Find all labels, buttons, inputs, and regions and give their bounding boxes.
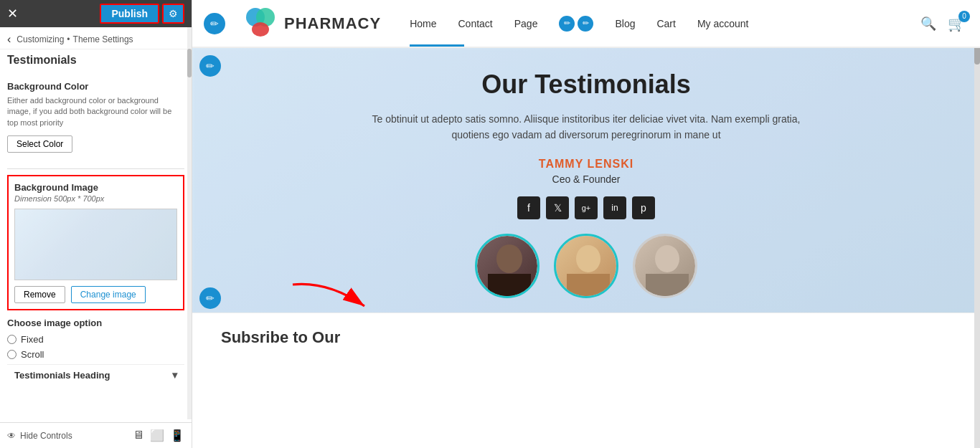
svg-rect-5 [488,274,531,298]
scroll-thumb [187,49,192,77]
testimonials-section: Our Testimonials Te obtinuit ut adepto s… [192,48,980,313]
nav-link-blog[interactable]: Blog [615,18,635,29]
pencil-icon-top: ✏ [206,60,215,72]
radio-fixed[interactable] [7,335,17,344]
publish-area: Publish ⚙ [100,4,184,24]
avatar-placeholder-1 [477,236,537,296]
social-icons-row: f 𝕏 g+ in p [517,196,655,219]
panel-title: Testimonials [0,49,192,74]
social-pinterest[interactable]: p [632,196,655,219]
scroll-bar[interactable] [187,27,192,419]
edit-pencil-page[interactable]: ✏ [559,16,575,32]
remove-image-button[interactable]: Remove [14,286,65,303]
svg-point-9 [655,245,679,272]
edit-pencil-logo[interactable]: ✏ [204,13,225,34]
pencil-icon-2: ✏ [564,19,570,28]
radio-scroll-row: Scroll [7,349,184,360]
social-twitter[interactable]: 𝕏 [546,196,569,219]
avatar-1[interactable] [475,234,540,298]
publish-button[interactable]: Publish [100,4,159,24]
social-linkedin[interactable]: in [603,196,626,219]
social-facebook[interactable]: f [517,196,540,219]
bg-color-desc: Either add background color or backgroun… [7,95,184,128]
svg-point-6 [576,245,600,272]
section-wrapper: ✏ Our Testimonials Te obtinuit ut adepto… [192,48,980,363]
pencil-icon-bottom: ✏ [206,292,215,304]
nav-right: 🔍 🛒 0 [920,15,966,32]
gear-button[interactable]: ⚙ [162,4,184,24]
logo-area: PHARMACY [242,6,381,42]
testimonials-heading-label: Testimonials Heading [14,370,110,381]
close-button[interactable]: ✕ [7,7,18,20]
subscribe-section: Subsribe to Our [192,313,980,363]
svg-point-3 [496,244,522,273]
testimonials-description: Te obtinuit ut adepto satis somno. Aliis… [372,111,801,143]
subscribe-title: Subsribe to Our [221,328,340,347]
avatar-placeholder-3 [635,236,695,296]
search-icon[interactable]: 🔍 [920,16,936,32]
image-btn-row: Remove Change image [14,286,177,303]
device-icons: 🖥 ⬜ 📱 [133,429,184,442]
breadcrumb-customizing[interactable]: Customizing [17,34,64,44]
avatar-2[interactable] [554,234,618,298]
blog-nav-area: ✏ ✏ [559,16,593,32]
edit-pencil-top[interactable]: ✏ [199,55,221,77]
bg-image-dimension: Dimension 500px * 700px [14,194,177,203]
desktop-icon[interactable]: 🖥 [133,429,144,442]
back-arrow[interactable]: ‹ [7,33,11,46]
radio-scroll-label: Scroll [21,349,44,360]
tablet-icon[interactable]: ⬜ [150,429,164,442]
avatar-placeholder-2 [556,236,616,296]
top-bar: ✕ Publish ⚙ [0,0,192,27]
mobile-icon[interactable]: 📱 [170,429,184,442]
change-image-button[interactable]: Change image [71,286,146,303]
svg-rect-11 [646,274,689,298]
nav-links: Home Contact Page ✏ ✏ Blog Cart My accou… [410,16,920,32]
active-nav-indicator [433,44,464,47]
breadcrumb: ‹ Customizing • Theme Settings [0,27,192,49]
edit-pencil-bottom[interactable]: ✏ [199,287,221,309]
image-preview [14,209,177,280]
select-color-button[interactable]: Select Color [7,135,72,153]
divider-1 [7,168,184,169]
navbar: ✏ PHARMACY Home Contact Page ✏ ✏ [192,0,980,48]
radio-scroll[interactable] [7,350,17,359]
left-panel: ✕ Publish ⚙ ‹ Customizing • Theme Settin… [0,0,192,448]
author-name: TAMMY LENSKI [539,158,633,171]
main-wrapper: ✏ PHARMACY Home Contact Page ✏ ✏ [192,0,980,448]
hide-controls[interactable]: 👁 Hide Controls [7,431,72,441]
radio-fixed-row: Fixed [7,334,184,345]
cart-badge: 0 [958,11,970,22]
testimonials-heading-row[interactable]: Testimonials Heading ▾ [7,364,184,385]
panel-content: Background Color Either add background c… [0,74,192,422]
author-title: Ceo & Founder [552,173,621,185]
svg-rect-8 [567,274,610,298]
cart-icon-wrap[interactable]: 🛒 0 [948,15,966,32]
radio-fixed-label: Fixed [21,334,44,345]
pencil-icon: ✏ [210,18,219,29]
choose-image-label: Choose image option [7,318,184,328]
chevron-down-icon[interactable]: ▾ [172,369,177,381]
bg-color-label: Background Color [7,81,184,92]
right-scrollbar[interactable] [974,0,980,448]
nav-link-myaccount[interactable]: My account [697,18,749,29]
nav-link-page[interactable]: Page [514,18,538,29]
breadcrumb-theme-settings[interactable]: Theme Settings [73,34,133,44]
nav-link-cart[interactable]: Cart [656,18,675,29]
logo-svg [242,6,278,42]
eye-icon: 👁 [7,431,16,441]
svg-point-2 [252,22,269,37]
bg-image-section: Background Image Dimension 500px * 700px… [7,175,184,310]
pencil-icon-3: ✏ [583,19,589,28]
testimonials-title: Our Testimonials [481,70,690,100]
social-google[interactable]: g+ [575,196,598,219]
bg-image-label: Background Image [14,182,177,193]
nav-link-home[interactable]: Home [410,18,436,29]
hide-controls-label: Hide Controls [20,431,72,441]
edit-pencil-blog[interactable]: ✏ [578,16,593,32]
breadcrumb-separator: • [67,34,70,44]
bottom-bar: 👁 Hide Controls 🖥 ⬜ 📱 [0,422,192,448]
avatar-3[interactable] [633,234,697,298]
avatars-row [475,234,697,298]
nav-link-contact[interactable]: Contact [458,18,492,29]
